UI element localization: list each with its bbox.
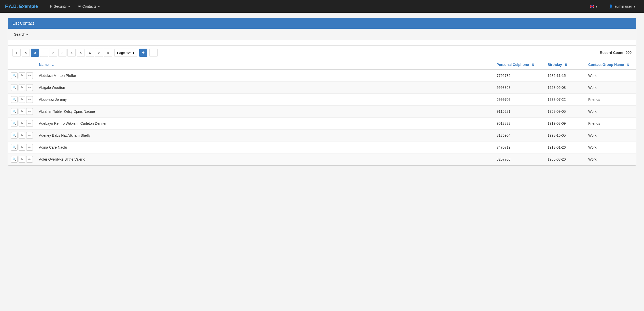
page-3-button[interactable]: 3	[58, 49, 66, 57]
panel-header: List Contact	[8, 18, 636, 29]
edit-button[interactable]: ✎	[19, 96, 25, 103]
cell-birthday: 1938-07-22	[544, 94, 585, 106]
chevron-down-icon: ▾	[26, 32, 28, 36]
table-row: 🔍 ✎ ✏ Adina Care Naolu74707191913-01-26W…	[8, 142, 636, 153]
view-button[interactable]: 🔍	[11, 72, 18, 79]
cell-phone: 9013832	[494, 118, 544, 130]
view-button[interactable]: 🔍	[11, 144, 18, 151]
search-toolbar: Search ▾	[8, 29, 636, 40]
edit-button[interactable]: ✎	[19, 132, 25, 139]
page-size-button[interactable]: Page size ▾	[114, 49, 137, 57]
cell-phone: 8257708	[494, 153, 544, 165]
chevron-down-icon: ▾	[68, 4, 70, 8]
locale-selector[interactable]: 🇬🇧 ▾	[586, 2, 601, 10]
table-row: 🔍 ✎ ✏ Adebayo Renfro Wikkerin Carleton D…	[8, 118, 636, 130]
search-button[interactable]: Search ▾	[12, 31, 30, 37]
cell-birthday: 1966-03-20	[544, 153, 585, 165]
cell-birthday: 1913-01-26	[544, 142, 585, 153]
page-last-button[interactable]: »	[104, 49, 112, 57]
cell-birthday: 1998-10-05	[544, 130, 585, 142]
table-row: 🔍 ✎ ✏ Adeney Babs Nat Afkham Sheffy81369…	[8, 130, 636, 142]
view-button[interactable]: 🔍	[11, 96, 18, 103]
view-button[interactable]: 🔍	[11, 120, 18, 127]
add-record-button[interactable]: +	[139, 49, 147, 57]
cell-group: Work	[585, 130, 636, 142]
user-menu[interactable]: 👤 admin user ▾	[605, 2, 639, 10]
view-button[interactable]: 🔍	[11, 132, 18, 139]
page-4-button[interactable]: 4	[67, 49, 76, 57]
edit-button[interactable]: ✎	[19, 120, 25, 127]
page-6-button[interactable]: 6	[86, 49, 94, 57]
cell-birthday: 1928-05-08	[544, 82, 585, 94]
pen-button[interactable]: ✏	[26, 156, 33, 163]
col-header-phone[interactable]: Personal Celphone ⇅	[494, 60, 544, 69]
edit-button[interactable]: ✎	[19, 72, 25, 79]
pen-button[interactable]: ✏	[26, 108, 33, 115]
page-5-button[interactable]: 5	[77, 49, 85, 57]
nav-contacts[interactable]: ✉ Contacts ▾	[75, 2, 103, 10]
pen-button[interactable]: ✏	[26, 132, 33, 139]
chevron-down-icon: ▾	[133, 51, 134, 55]
cell-phone: 9115281	[494, 106, 544, 118]
edit-button[interactable]: ✎	[19, 108, 25, 115]
cell-phone: 7470719	[494, 142, 544, 153]
table-row: 🔍 ✎ ✏ Adler Overdyke Blithe Valerio82577…	[8, 153, 636, 165]
back-button[interactable]: ←	[149, 49, 158, 57]
cell-group: Work	[585, 153, 636, 165]
cell-phone: 8136904	[494, 130, 544, 142]
action-cell: 🔍 ✎ ✏	[8, 69, 36, 82]
sort-birthday-icon: ⇅	[565, 63, 567, 67]
page-prev-button[interactable]: <	[22, 49, 30, 57]
action-cell: 🔍 ✎ ✏	[8, 106, 36, 118]
table-row: 🔍 ✎ ✏ Abdulazi Murton Pfeffer77957321982…	[8, 69, 636, 82]
cell-name: Adler Overdyke Blithe Valerio	[36, 153, 494, 165]
sort-phone-icon: ⇅	[531, 63, 534, 67]
action-cell: 🔍 ✎ ✏	[8, 94, 36, 106]
table-row: 🔍 ✎ ✏ Abigale Wootton99983681928-05-08Wo…	[8, 82, 636, 94]
page-first-button[interactable]: «	[12, 49, 21, 57]
page-next-button[interactable]: >	[95, 49, 103, 57]
page-2-button[interactable]: 2	[49, 49, 57, 57]
col-header-birthday[interactable]: Birthday ⇅	[544, 60, 585, 69]
app-brand[interactable]: F.A.B. Example	[5, 4, 38, 9]
table-header: Name ⇅ Personal Celphone ⇅ Birthday ⇅ Co…	[8, 60, 636, 69]
chevron-down-icon: ▾	[596, 4, 597, 8]
cell-phone: 7795732	[494, 69, 544, 82]
view-button[interactable]: 🔍	[11, 84, 18, 91]
cell-name: Abdulazi Murton Pfeffer	[36, 69, 494, 82]
pen-button[interactable]: ✏	[26, 144, 33, 151]
chevron-down-icon: ▾	[98, 4, 100, 8]
pen-button[interactable]: ✏	[26, 72, 33, 79]
envelope-icon: ✉	[78, 5, 81, 8]
sort-group-icon: ⇅	[626, 63, 629, 67]
action-cell: 🔍 ✎ ✏	[8, 130, 36, 142]
edit-button[interactable]: ✎	[19, 156, 25, 163]
pen-button[interactable]: ✏	[26, 84, 33, 91]
page-1-button[interactable]: 1	[40, 49, 48, 57]
cell-phone: 9998368	[494, 82, 544, 94]
view-button[interactable]: 🔍	[11, 156, 18, 163]
cell-birthday: 1982-11-15	[544, 69, 585, 82]
cell-name: Abou-ezz Jeremy	[36, 94, 494, 106]
nav-menu: ⚙ Security ▾ ✉ Contacts ▾	[46, 2, 586, 10]
action-cell: 🔍 ✎ ✏	[8, 118, 36, 130]
cell-birthday: 1919-03-09	[544, 118, 585, 130]
cell-name: Abigale Wootton	[36, 82, 494, 94]
nav-right: 🇬🇧 ▾ 👤 admin user ▾	[586, 2, 639, 10]
view-button[interactable]: 🔍	[11, 108, 18, 115]
page-0-button[interactable]: 0	[31, 49, 39, 57]
nav-security[interactable]: ⚙ Security ▾	[46, 2, 74, 10]
pen-button[interactable]: ✏	[26, 96, 33, 103]
cell-group: Work	[585, 82, 636, 94]
pen-button[interactable]: ✏	[26, 120, 33, 127]
pagination-bar: « < 0 1 2 3 4 5 6 > » Page size ▾ + ← Re…	[8, 46, 636, 60]
content-wrapper: List Contact Search ▾ « < 0 1 2 3 4 5 6 …	[0, 13, 644, 171]
main-panel: List Contact Search ▾ « < 0 1 2 3 4 5 6 …	[8, 18, 636, 166]
edit-button[interactable]: ✎	[19, 144, 25, 151]
col-header-name[interactable]: Name ⇅	[36, 60, 494, 69]
edit-button[interactable]: ✎	[19, 84, 25, 91]
table-row: 🔍 ✎ ✏ Abrahim Tabler Kelsy Dpnis Nadine9…	[8, 106, 636, 118]
cell-group: Friends	[585, 118, 636, 130]
cell-name: Adebayo Renfro Wikkerin Carleton Dennen	[36, 118, 494, 130]
col-header-group[interactable]: Contact Group Name ⇅	[585, 60, 636, 69]
